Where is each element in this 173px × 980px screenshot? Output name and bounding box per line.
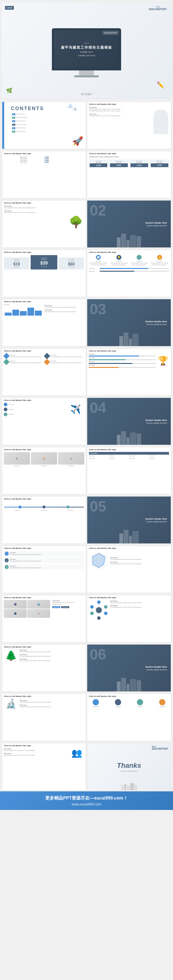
monitor-graphic: LOGO 扁平鸟建筑工作报告主题模板 Subtitle Here Subtitl… [52, 28, 121, 70]
diamond-grid: Text here Tiny placeholder text content … [2, 353, 86, 366]
gallery-tags: Text here Text here [52, 606, 83, 608]
icon-list-1: 1 [5, 552, 9, 555]
pencils-decoration: ✏️ [157, 81, 164, 89]
section-02-slide: 02 Section Header Here Section subtitle … [87, 200, 171, 248]
svg-point-12 [90, 612, 94, 615]
gallery-images: 🌆 🏙️ 🌃 🏘️ [4, 600, 50, 618]
slide-unified-fonts: Click to edit Master title style Unified… [87, 151, 171, 198]
image-card-2: 🏗️ Text here [31, 452, 57, 467]
svg-line-19 [93, 608, 96, 609]
slide-hexagon-chart: Click to edit Master title style T [87, 546, 171, 593]
milestone-2 [42, 506, 46, 509]
slide-row-1: CONTENTS 01 First Text Here 02 Second Te… [0, 101, 173, 150]
svg-point-11 [97, 616, 101, 620]
icon-list-2: 2 [5, 558, 9, 562]
slide-title-1: Click to edit Master title style [87, 102, 171, 106]
slide-label: 第几张图片 [81, 93, 92, 96]
circle-1 [4, 402, 8, 406]
diamond-item-3: Text here Tiny placeholder text content … [4, 360, 43, 364]
section-03-slide: 03 Section Header Here Section subtitle … [87, 299, 171, 346]
stat-4: Text here Text here 5,000 [150, 159, 169, 168]
slide-text-with-tree: Click to edit Master title style Text he… [2, 200, 86, 248]
slide-gallery-text: Click to edit Master title style 🌆 🏙️ 🌃 … [2, 595, 86, 642]
stat-3: Text here Text here 3,000 [129, 159, 149, 168]
slide-tree-text: Click to edit Master title style 🌲 Text … [2, 644, 86, 692]
image-2: 🏗️ [31, 452, 57, 465]
diamond-3 [3, 359, 9, 365]
flow-arrow-1: → [106, 702, 108, 705]
slide-row-3: Click to edit Master title style Text he… [0, 298, 173, 347]
section-03-title: Section Header Here Section subtitle tex… [145, 320, 167, 325]
icon-list-item-1: 1 Text here Tiny placeholder text conten… [4, 551, 84, 556]
section-04-slide: 04 Section Header Here Section subtitle … [87, 398, 171, 445]
hex-labels: Text here Tiny placeholder text content … [110, 557, 169, 565]
flow-item-3: Text here [137, 699, 143, 708]
table-row-2: Text here Text here Text here Text here [89, 458, 169, 460]
image-3: 🏢 [58, 452, 84, 465]
connections-text: Text here Tiny placeholder text content … [110, 600, 169, 620]
slide-diamonds: Click to edit Master title style Text he… [2, 348, 86, 396]
bar-4 [27, 308, 35, 316]
flow-circle-3 [137, 699, 143, 705]
thanks-report-badge: 2018 2018 REPORT [152, 746, 168, 750]
flow-circle-4 [159, 699, 165, 705]
section-06-title: Section Header Here Section subtitle tex… [145, 666, 167, 671]
slide-people: Click to edit Master title style Text he… [2, 743, 86, 790]
icon-item-2: 💡 Text here Tiny placeholder text conten… [109, 255, 129, 266]
chart-area: Text here Text here Tiny placeholder tex… [2, 303, 86, 317]
spider-chart [89, 551, 109, 571]
icon-rows-area: 1 Text here Tiny placeholder text conten… [2, 550, 86, 571]
slide-row-diamonds: Click to edit Master title style Text he… [0, 347, 173, 397]
icon-2: 💡 [116, 255, 121, 260]
slide-circle-flow: Click to edit Master title style Text he… [87, 694, 171, 741]
contents-item-2: 02 Second Text Here [6, 116, 86, 119]
timeline-bar [4, 507, 84, 508]
circle-layout: Text here Text here Text here ✈️ [2, 402, 86, 417]
trophy-decoration: 🏆 [157, 353, 169, 368]
bar-chart [4, 305, 43, 316]
image-grid: 🏛️ Text here 🏗️ Text here 🏢 Text here [2, 451, 86, 468]
promo-main-text: 更多精品PPT资源尽在—sucai999.com！ [5, 795, 168, 801]
contents-item-1: 01 First Text Here [6, 113, 86, 116]
slide-equipment: Click to edit Master title style 🔬 Text … [2, 694, 86, 741]
slide-row-pricing: Click to edit Master title style Text he… [0, 249, 173, 298]
milestone-3 [66, 506, 69, 509]
list-progress-layout: Text here Text here Text here Text here [87, 353, 171, 369]
diamond-1 [3, 353, 9, 359]
report-badge: 2018 2018 REPORT [149, 6, 167, 11]
icon-list-3: 3 [5, 565, 9, 569]
icon-item-4: ⭐ Text here Tiny placeholder text conten… [150, 255, 170, 266]
cover-slide: LOGO 2018 2018 REPORT LOGO 扁平鸟建筑工作报告主题模板… [1, 2, 172, 99]
slide-master-title-2: Click to edit Master title style Text he… [2, 151, 86, 198]
circle-row-1: Text here [4, 402, 66, 406]
milestone-area: Text here Text here Text here [2, 501, 86, 512]
price-card-2: Text here Text here $39 Text here [31, 255, 58, 269]
tree-decoration: 🌳 [66, 205, 86, 239]
progress-area: Text here Text here [87, 267, 171, 273]
city-illustration [87, 232, 171, 247]
gallery-img-3: 🌃 [4, 609, 27, 618]
stat-2: Text here Text here 2,000 [109, 159, 129, 168]
slide-row-section-02: Click to edit Master title style Text he… [0, 199, 173, 249]
flow-circle-1 [93, 699, 99, 705]
gallery-img-2: 🏙️ [27, 600, 50, 609]
section-05-slide: 05 Section Header Here Section subtitle … [87, 496, 171, 544]
content-area: Text here Tiny placeholder text content … [2, 205, 86, 239]
icon-4: ⭐ [157, 255, 162, 260]
pricing-row: Text here Text here $19 Text here Text h… [2, 254, 86, 271]
circles-left: Text here Text here Text here [4, 402, 66, 416]
section-title: Section Header Here Section subtitle tex… [145, 222, 167, 227]
slide-text-circles: Click to edit Master title style Text he… [2, 398, 86, 445]
slide-circle-connections: Click to edit Master title style [87, 595, 171, 642]
city-illustration-3 [87, 430, 171, 445]
svg-point-10 [104, 612, 107, 615]
contents-item-5: 05 Fifth Text Here [6, 126, 86, 130]
table-header: Text here [89, 452, 169, 455]
stat-col-2: 1,000 2,000 3,000 5,000 [44, 156, 84, 163]
tree-text-col: Text here Tiny placeholder text content … [19, 649, 84, 662]
price-card-1: Text here Text here $19 Text here [4, 257, 30, 269]
slide-report-table: Click to edit Master title style Text he… [87, 447, 171, 494]
slide-row-section-06: Click to edit Master title style 🌲 Text … [0, 643, 173, 693]
diamond-item-1: Text here Tiny placeholder text content … [4, 354, 43, 358]
image-grid-2: 🌆 🏙️ 🌃 🏘️ [4, 600, 50, 618]
